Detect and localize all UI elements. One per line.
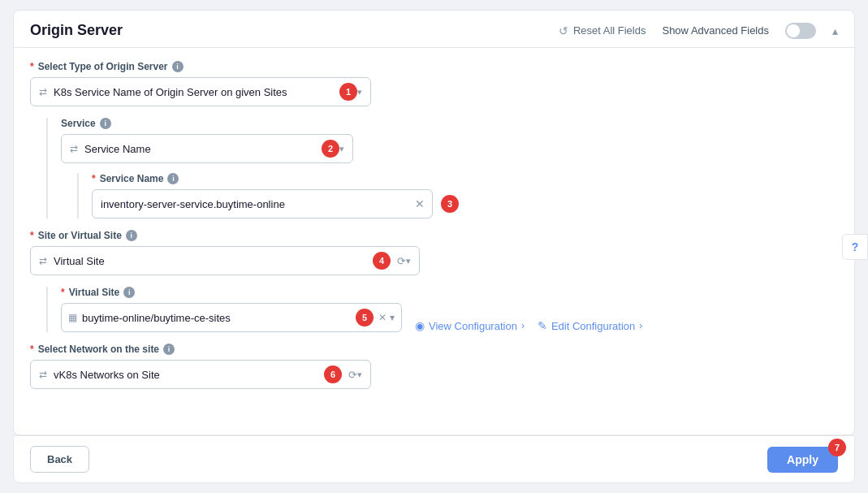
back-button[interactable]: Back (30, 446, 89, 473)
network-chevron: ▾ (357, 370, 362, 380)
view-configuration-button[interactable]: ◉ View Configuration › (415, 319, 525, 332)
origin-type-badge: 1 (339, 83, 357, 101)
page-title: Origin Server (30, 22, 123, 39)
virtual-site-grid-icon: ▦ (68, 312, 77, 323)
service-arrow-icon: ⇄ (70, 143, 78, 154)
footer-bar: Back Apply 7 (13, 435, 855, 483)
advanced-fields-toggle[interactable] (785, 23, 816, 39)
apply-button[interactable]: Apply (767, 447, 838, 473)
reset-button[interactable]: ↺ Reset All Fields (559, 24, 646, 37)
origin-server-type-label: * Select Type of Origin Server i (30, 61, 838, 72)
virtual-site-actions: ✕ ▾ (378, 312, 395, 323)
network-badge: 6 (324, 365, 342, 383)
origin-type-info-icon[interactable]: i (172, 61, 184, 72)
service-name-info-icon[interactable]: i (167, 173, 179, 184)
network-refresh-icon[interactable]: ⟳ (348, 369, 357, 381)
site-virtual-label: * Site or Virtual Site i (30, 230, 838, 241)
reset-icon: ↺ (559, 24, 568, 37)
service-name-section: * Service Name i ✕ 3 (92, 173, 838, 218)
origin-type-chevron: ▾ (357, 87, 362, 97)
origin-server-type-value: K8s Service Name of Origin Server on giv… (54, 86, 333, 98)
advanced-fields-label: Show Advanced Fields (662, 24, 769, 37)
service-name-clear-icon[interactable]: ✕ (415, 197, 425, 210)
virtual-site-chevron[interactable]: ▾ (390, 312, 395, 323)
virtual-site-clear-icon[interactable]: ✕ (378, 312, 386, 323)
site-virtual-chevron: ▾ (406, 256, 411, 266)
view-config-label: View Configuration (429, 320, 517, 332)
virtual-site-select[interactable]: ▦ buytime-online/buytime-ce-sites 5 ✕ ▾ (61, 303, 402, 332)
apply-badge: 7 (828, 439, 846, 456)
page-container: Origin Server ↺ Reset All Fields Show Ad… (0, 0, 868, 493)
reset-label: Reset All Fields (573, 24, 646, 37)
site-virtual-refresh-icon[interactable]: ⟳ (397, 255, 406, 267)
network-value: vK8s Networks on Site (54, 369, 317, 381)
virtual-site-row: ▦ buytime-online/buytime-ce-sites 5 ✕ ▾ … (61, 303, 838, 332)
virtual-site-indent: * Virtual Site i ▦ buytime-online/buytim… (46, 287, 838, 332)
service-chevron: ▾ (339, 144, 344, 154)
service-select-value: Service Name (84, 143, 315, 155)
network-arrow-icon: ⇄ (39, 369, 47, 380)
virtual-site-section: * Virtual Site i ▦ buytime-online/buytim… (61, 287, 838, 332)
site-virtual-info-icon[interactable]: i (126, 230, 137, 241)
service-name-sub-indent: * Service Name i ✕ 3 (77, 173, 838, 218)
service-badge: 2 (322, 140, 339, 158)
service-name-input[interactable] (92, 189, 433, 218)
service-name-select[interactable]: ⇄ Service Name 2 ▾ (61, 134, 353, 163)
edit-configuration-button[interactable]: ✎ Edit Configuration › (538, 319, 642, 332)
service-section-indent: Service i ⇄ Service Name 2 ▾ * (46, 118, 838, 218)
network-select[interactable]: ⇄ vK8s Networks on Site 6 ⟳ ▾ (30, 360, 371, 389)
service-name-input-wrapper: ✕ 3 (92, 189, 433, 218)
network-info-icon[interactable]: i (163, 344, 175, 355)
collapse-icon[interactable]: ▴ (832, 24, 838, 37)
service-name-label: * Service Name i (92, 173, 838, 184)
card-body: * Select Type of Origin Server i ⇄ K8s S… (14, 48, 854, 435)
service-name-badge: 3 (441, 195, 459, 213)
header-controls: ↺ Reset All Fields Show Advanced Fields … (559, 23, 838, 39)
service-section: Service i ⇄ Service Name 2 ▾ (61, 118, 838, 163)
site-virtual-section: * Site or Virtual Site i ⇄ Virtual Site … (30, 230, 838, 275)
edit-config-label: Edit Configuration (551, 320, 635, 332)
site-virtual-arrow-icon: ⇄ (39, 255, 47, 266)
virtual-site-value: buytime-online/buytime-ce-sites (82, 312, 344, 324)
view-config-arrow: › (521, 320, 525, 331)
service-label: Service i (61, 118, 838, 129)
site-virtual-value: Virtual Site (54, 255, 366, 267)
service-info-icon[interactable]: i (100, 118, 111, 129)
edit-config-arrow: › (639, 320, 642, 331)
help-fab[interactable]: ? (842, 234, 855, 260)
virtual-site-badge: 5 (356, 309, 374, 327)
apply-wrapper: Apply 7 (767, 447, 838, 473)
site-virtual-badge: 4 (373, 252, 391, 270)
origin-type-arrow-icon: ⇄ (39, 86, 47, 97)
card-header: Origin Server ↺ Reset All Fields Show Ad… (14, 11, 854, 48)
network-section: * Select Network on the site i ⇄ vK8s Ne… (30, 344, 838, 389)
network-label: * Select Network on the site i (30, 344, 838, 355)
view-config-eye-icon: ◉ (415, 319, 425, 332)
virtual-site-label: * Virtual Site i (61, 287, 838, 298)
origin-server-type-select[interactable]: ⇄ K8s Service Name of Origin Server on g… (30, 77, 371, 106)
main-card: Origin Server ↺ Reset All Fields Show Ad… (13, 10, 855, 435)
origin-server-type-section: * Select Type of Origin Server i ⇄ K8s S… (30, 61, 838, 106)
virtual-site-info-icon[interactable]: i (123, 287, 135, 298)
site-virtual-select[interactable]: ⇄ Virtual Site 4 ⟳ ▾ (30, 246, 420, 275)
edit-config-pencil-icon: ✎ (538, 319, 547, 332)
